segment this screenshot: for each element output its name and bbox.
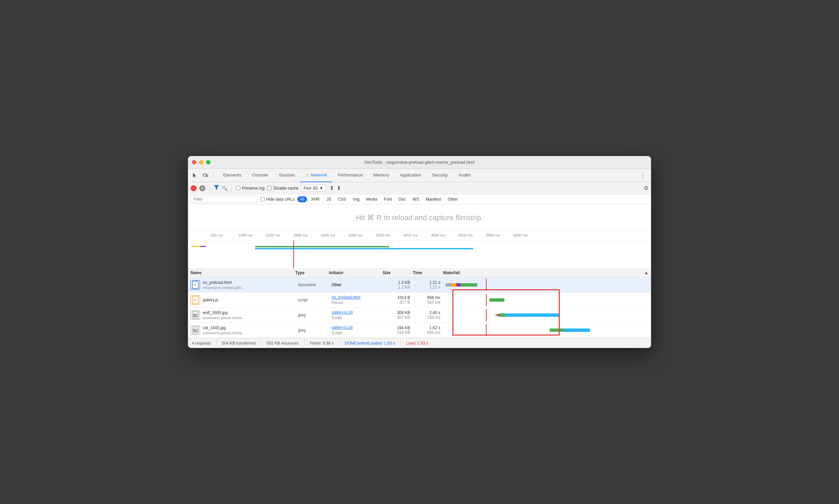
disable-cache-label[interactable]: Disable cache bbox=[267, 186, 298, 191]
domain-2: yoavweiss.github.io/ima... bbox=[203, 316, 245, 320]
col-header-time[interactable]: Time bbox=[413, 270, 443, 275]
search-icon[interactable]: 🔍 bbox=[222, 185, 228, 191]
settings-icon[interactable]: ⚙ bbox=[644, 185, 648, 191]
wf-blue-3 bbox=[563, 328, 590, 332]
import-icon[interactable]: ⬆ bbox=[329, 185, 334, 191]
col-header-waterfall[interactable]: Waterfall ▲ bbox=[443, 270, 651, 275]
record-button[interactable] bbox=[191, 185, 197, 191]
tick-6000ms: 6000 ms bbox=[514, 233, 528, 237]
cell-name-0: <> no_preload.html responsive-preload.gl… bbox=[188, 277, 295, 292]
filter-type-css[interactable]: CSS bbox=[335, 196, 349, 202]
devtools-window: DevTools - responsive-preload.glitch.me/… bbox=[188, 156, 651, 348]
tab-security[interactable]: Security bbox=[427, 169, 453, 182]
table-row[interactable]: JS gallery.js script no_preload.html Par… bbox=[188, 293, 651, 308]
filename-3: cat_1600.jpg bbox=[203, 325, 245, 330]
filmstrip-area: Hit ⌘ R to reload and capture filmstrip. bbox=[188, 204, 651, 231]
initiator-link-1[interactable]: no_preload.html bbox=[332, 295, 380, 300]
window-title: DevTools - responsive-preload.glitch.me/… bbox=[364, 160, 475, 165]
waterfall-dcl-line-2 bbox=[486, 309, 487, 321]
tick-2000ms: 2000 ms bbox=[293, 233, 307, 237]
tab-performance[interactable]: Performance bbox=[332, 169, 368, 182]
file-icon-html: <> bbox=[191, 280, 200, 290]
tab-elements[interactable]: Elements bbox=[218, 169, 247, 182]
hide-data-urls-checkbox[interactable] bbox=[261, 197, 265, 201]
timeline-bar-yellow bbox=[191, 246, 200, 247]
tab-memory[interactable]: Memory bbox=[368, 169, 395, 182]
wf-download-1 bbox=[489, 298, 504, 302]
toolbar-divider-2 bbox=[232, 184, 232, 192]
wf-download-0 bbox=[461, 283, 477, 287]
filter-type-media[interactable]: Media bbox=[363, 196, 380, 202]
tab-sources[interactable]: Sources bbox=[273, 169, 300, 182]
tab-console[interactable]: Console bbox=[247, 169, 273, 182]
tab-application[interactable]: Application bbox=[395, 169, 427, 182]
filter-type-other[interactable]: Other bbox=[445, 196, 461, 202]
devtools-nav: Elements Console Sources ⚠ Network Perfo… bbox=[188, 169, 651, 182]
filter-type-js[interactable]: JS bbox=[323, 196, 334, 202]
preserve-log-checkbox[interactable] bbox=[236, 186, 240, 190]
col-header-type[interactable]: Type bbox=[295, 270, 329, 275]
filename-0: no_preload.html bbox=[203, 280, 245, 285]
filter-type-manifest[interactable]: Manifest bbox=[423, 196, 444, 202]
svg-text:<>: <> bbox=[193, 284, 196, 286]
wf-green-3 bbox=[550, 328, 563, 332]
export-icon[interactable]: ⬇ bbox=[337, 185, 341, 191]
close-button[interactable] bbox=[192, 160, 196, 164]
cell-waterfall-0 bbox=[443, 277, 651, 292]
filter-type-all[interactable]: All bbox=[297, 196, 307, 202]
cell-name-2: wolf_1600.jpg yoavweiss.github.io/ima... bbox=[188, 308, 295, 322]
maximize-button[interactable] bbox=[206, 160, 210, 164]
filter-type-img[interactable]: Img bbox=[350, 196, 362, 202]
filter-icon[interactable] bbox=[214, 185, 219, 191]
filter-type-font[interactable]: Font bbox=[381, 196, 395, 202]
minimize-button[interactable] bbox=[199, 160, 203, 164]
status-divider-2 bbox=[261, 341, 262, 346]
wf-dns-0 bbox=[457, 283, 461, 287]
finish-time: Finish: 5.86 s bbox=[310, 341, 334, 346]
device-toggle-icon[interactable] bbox=[201, 172, 210, 180]
clear-button[interactable]: ⊘ bbox=[199, 185, 206, 191]
cell-initiator-1: no_preload.html Parser bbox=[329, 293, 382, 307]
table-row[interactable]: <> no_preload.html responsive-preload.gl… bbox=[188, 277, 651, 293]
filter-type-xhr[interactable]: XHR bbox=[308, 196, 322, 202]
hide-data-urls-label[interactable]: Hide data URLs bbox=[261, 197, 294, 202]
chevron-down-icon: ▼ bbox=[319, 186, 323, 191]
file-icon-img-cat bbox=[191, 325, 200, 335]
throttle-dropdown[interactable]: Fast 3G ▼ bbox=[301, 185, 326, 192]
cell-initiator-3: gallery.js:18 Script bbox=[329, 323, 382, 338]
toolbar-divider-1 bbox=[210, 184, 210, 192]
file-icon-img-wolf bbox=[191, 310, 200, 320]
cursor-icon[interactable] bbox=[191, 172, 199, 180]
cell-time-3: 1.62 s 566 ms bbox=[413, 323, 443, 338]
domain-3: yoavweiss.github.io/ima... bbox=[203, 331, 245, 335]
tick-4500ms: 4500 ms bbox=[431, 233, 445, 237]
cell-time-2: 2.40 s 738 ms bbox=[413, 308, 443, 322]
waterfall-dcl-line-3 bbox=[486, 324, 487, 336]
table-row[interactable]: wolf_1600.jpg yoavweiss.github.io/ima...… bbox=[188, 308, 651, 323]
col-header-name[interactable]: Name bbox=[188, 270, 295, 275]
wf-ttfb-0 bbox=[452, 283, 457, 287]
timeline-area: 500 ms 1000 ms 1500 ms 2000 ms 2500 ms 3… bbox=[188, 231, 651, 268]
tab-network[interactable]: ⚠ Network bbox=[300, 169, 333, 182]
filter-input[interactable] bbox=[191, 196, 258, 203]
filter-type-ws[interactable]: WS bbox=[410, 196, 422, 202]
timeline-bars bbox=[188, 240, 651, 268]
col-header-size[interactable]: Size bbox=[382, 270, 413, 275]
devtools-panel: Elements Console Sources ⚠ Network Perfo… bbox=[188, 169, 651, 348]
disable-cache-checkbox[interactable] bbox=[267, 186, 271, 190]
resources-size: 502 KB resources bbox=[267, 341, 299, 346]
status-bar: 4 requests 504 KB transferred 502 KB res… bbox=[188, 338, 651, 348]
tab-audits[interactable]: Audits bbox=[453, 169, 476, 182]
preserve-log-label[interactable]: Preserve log bbox=[236, 186, 265, 191]
initiator-link-3[interactable]: gallery.js:18 bbox=[332, 325, 380, 330]
table-row[interactable]: cat_1600.jpg yoavweiss.github.io/ima... … bbox=[188, 323, 651, 338]
cell-size-1: 1014 B 827 B bbox=[382, 293, 413, 307]
initiator-link-2[interactable]: gallery.js:18 bbox=[332, 310, 380, 315]
table-header: Name Type Initiator Size Time Waterfall … bbox=[188, 268, 651, 277]
tick-1000ms: 1000 ms bbox=[238, 233, 252, 237]
more-tabs-button[interactable]: ⋮ bbox=[637, 172, 648, 179]
waterfall-dcl-line-0 bbox=[486, 279, 487, 291]
col-header-initiator[interactable]: Initiator bbox=[329, 270, 382, 275]
filter-type-doc[interactable]: Doc bbox=[396, 196, 408, 202]
cell-type-0: document bbox=[295, 277, 329, 292]
